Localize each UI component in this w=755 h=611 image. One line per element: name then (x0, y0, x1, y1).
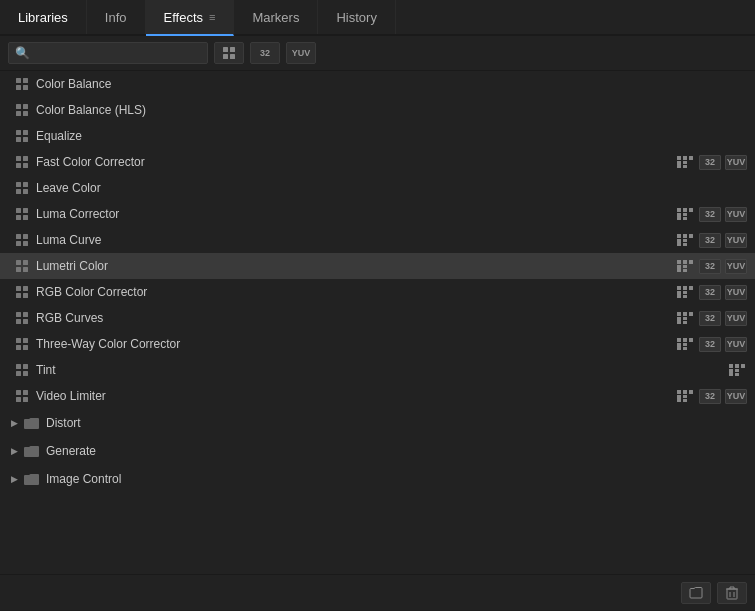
effect-item[interactable]: Equalize (0, 123, 755, 149)
category-name: Distort (46, 416, 81, 430)
category-image-control[interactable]: ▶Image Control (0, 465, 755, 493)
effect-item[interactable]: RGB Curves32YUV (0, 305, 755, 331)
svg-rect-17 (23, 156, 28, 161)
effect-badges: 32YUV (675, 155, 747, 170)
svg-rect-12 (16, 130, 21, 135)
effect-badges: 32YUV (675, 259, 747, 274)
svg-rect-4 (16, 78, 21, 83)
svg-rect-71 (683, 260, 687, 263)
svg-rect-49 (23, 234, 28, 239)
svg-rect-91 (23, 312, 28, 317)
svg-rect-29 (683, 165, 687, 168)
badge-fx (675, 233, 695, 248)
svg-rect-124 (741, 364, 745, 368)
search-icon: 🔍 (15, 46, 30, 60)
svg-rect-62 (16, 260, 21, 265)
category-generate[interactable]: ▶Generate (0, 437, 755, 465)
tab-history[interactable]: History (318, 0, 395, 34)
badge-yuv: YUV (725, 389, 747, 404)
svg-rect-141 (683, 390, 687, 393)
tab-libraries[interactable]: Libraries (0, 0, 87, 34)
svg-rect-135 (23, 397, 28, 402)
tab-markers[interactable]: Markers (234, 0, 318, 34)
effect-item[interactable]: Leave Color (0, 175, 755, 201)
badge-yuv: YUV (725, 207, 747, 222)
svg-rect-119 (23, 364, 28, 369)
effect-name: RGB Curves (36, 311, 667, 325)
badge-fx (675, 207, 695, 222)
svg-rect-64 (16, 267, 21, 272)
delete-button[interactable] (717, 582, 747, 604)
svg-rect-90 (16, 312, 21, 317)
svg-rect-98 (677, 312, 681, 315)
tab-bar: LibrariesInfoEffects≡MarkersHistory (0, 0, 755, 36)
svg-rect-65 (23, 267, 28, 272)
svg-rect-40 (689, 208, 693, 212)
svg-rect-10 (16, 111, 21, 116)
search-box[interactable]: 🔍 (8, 42, 208, 64)
svg-rect-18 (16, 163, 21, 168)
svg-rect-146 (727, 589, 737, 599)
effect-item[interactable]: Fast Color Corrector32YUV (0, 149, 755, 175)
svg-rect-117 (683, 347, 687, 350)
effect-name: Lumetri Color (36, 259, 667, 273)
effect-name: Luma Curve (36, 233, 667, 247)
effect-badges: 32YUV (675, 389, 747, 404)
effect-name: Video Limiter (36, 389, 667, 403)
effect-item[interactable]: Luma Corrector32YUV (0, 201, 755, 227)
tab-info[interactable]: Info (87, 0, 146, 34)
svg-rect-15 (23, 137, 28, 142)
effect-item[interactable]: Color Balance (0, 71, 755, 97)
effect-name: Color Balance (HLS) (36, 103, 747, 117)
effect-name: RGB Color Corrector (36, 285, 667, 299)
effects-toolbar: 🔍 32 YUV (0, 36, 755, 71)
yuv-label: YUV (292, 48, 311, 58)
svg-rect-115 (683, 343, 687, 346)
effect-item[interactable]: Tint (0, 357, 755, 383)
badge-fx (675, 389, 695, 404)
svg-rect-24 (677, 156, 681, 159)
svg-rect-6 (16, 85, 21, 90)
effect-name: Tint (36, 363, 719, 377)
svg-rect-106 (16, 345, 21, 350)
svg-rect-86 (677, 291, 681, 294)
32bit-filter-button[interactable]: 32 (250, 42, 280, 64)
effects-list: Color BalanceColor Balance (HLS)Equalize… (0, 71, 755, 574)
category-distort[interactable]: ▶Distort (0, 409, 755, 437)
effect-item[interactable]: Video Limiter32YUV (0, 383, 755, 409)
tab-effects[interactable]: Effects≡ (146, 0, 235, 36)
effect-item[interactable]: Three-Way Color Corrector32YUV (0, 331, 755, 357)
badge-32: 32 (699, 259, 721, 274)
effect-item[interactable]: Luma Curve32YUV (0, 227, 755, 253)
svg-rect-103 (683, 321, 687, 324)
svg-rect-58 (677, 239, 681, 242)
effect-item[interactable]: Color Balance (HLS) (0, 97, 755, 123)
svg-rect-68 (689, 260, 693, 264)
search-input[interactable] (34, 46, 201, 60)
badge-32: 32 (699, 337, 721, 352)
effect-item[interactable]: Lumetri Color32YUV (0, 253, 755, 279)
effect-item[interactable]: RGB Color Corrector32YUV (0, 279, 755, 305)
badge-yuv: YUV (725, 311, 747, 326)
svg-rect-144 (677, 399, 681, 402)
fx-filter-button[interactable] (214, 42, 244, 64)
badge-32: 32 (699, 285, 721, 300)
svg-rect-43 (683, 208, 687, 211)
svg-rect-2 (223, 54, 228, 59)
svg-rect-16 (16, 156, 21, 161)
svg-rect-37 (23, 215, 28, 220)
svg-rect-59 (683, 239, 687, 242)
effects-menu-icon[interactable]: ≡ (209, 11, 215, 23)
new-folder-button[interactable] (681, 582, 711, 604)
svg-rect-54 (689, 234, 693, 238)
effect-fx-icon (14, 362, 30, 378)
svg-rect-30 (16, 182, 21, 187)
svg-rect-128 (729, 369, 733, 372)
svg-rect-104 (16, 338, 21, 343)
32bit-label: 32 (260, 48, 270, 58)
yuv-filter-button[interactable]: YUV (286, 42, 316, 64)
svg-rect-142 (677, 395, 681, 398)
badge-32: 32 (699, 233, 721, 248)
svg-rect-113 (683, 338, 687, 341)
svg-rect-34 (16, 208, 21, 213)
